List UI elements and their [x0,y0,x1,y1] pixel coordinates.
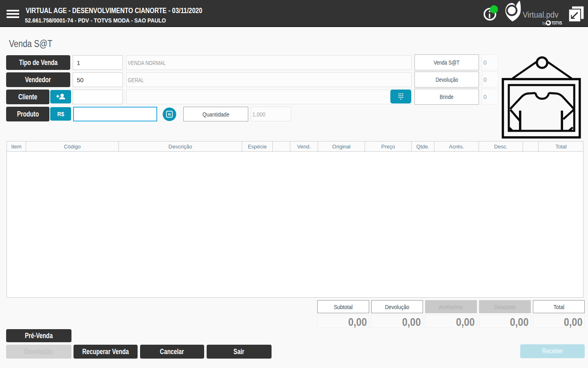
svg-text:R: R [168,112,171,117]
svg-text:Virtual.pdv: Virtual.pdv [523,11,559,20]
svg-text:TOTVS: TOTVS [552,21,562,25]
